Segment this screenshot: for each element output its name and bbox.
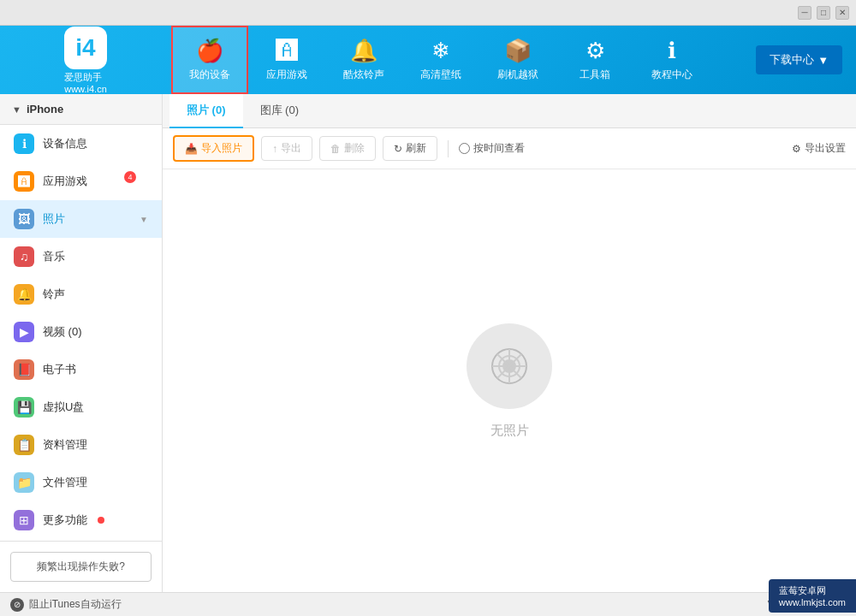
download-arrow-icon: ▼ xyxy=(817,54,829,67)
sidebar-item-virtual-disk[interactable]: 💾 虚拟U盘 xyxy=(0,388,162,426)
videos-icon: ▶ xyxy=(14,322,34,342)
main-area: ▼ iPhone ℹ 设备信息 🅰 应用游戏 4 🖼 照片 ▼ ♫ 音乐 🔔 铃… xyxy=(0,94,856,592)
ebooks-label: 电子书 xyxy=(43,362,76,377)
my-device-icon: 🍎 xyxy=(196,38,223,64)
export-button[interactable]: ↑ 导出 xyxy=(261,136,312,161)
virtual-disk-label: 虚拟U盘 xyxy=(43,400,84,415)
toolbar-divider xyxy=(448,140,449,157)
nav-tab-apps[interactable]: 🅰 应用游戏 xyxy=(248,26,325,94)
ebooks-icon: 📕 xyxy=(14,359,34,380)
watermark: 蓝莓安卓网 www.lmkjst.com xyxy=(769,579,856,613)
logo-icon: i4 xyxy=(64,27,107,69)
download-button[interactable]: 下载中心 ▼ xyxy=(756,45,842,74)
frequent-fail-button[interactable]: 频繁出现操作失败? xyxy=(10,552,152,582)
sidebar-item-file-mgmt[interactable]: 📁 文件管理 xyxy=(0,464,162,501)
restore-button[interactable]: □ xyxy=(817,6,830,20)
music-label: 音乐 xyxy=(43,249,65,264)
ringtones-sidebar-icon: 🔔 xyxy=(14,284,34,305)
ringtones-icon: 🔔 xyxy=(350,38,377,64)
jailbreak-label: 刷机越狱 xyxy=(497,68,538,82)
sidebar-item-data-mgmt[interactable]: 📋 资料管理 xyxy=(0,426,162,464)
brand-name: 爱思助手 xyxy=(64,72,102,82)
apps-games-label: 应用游戏 xyxy=(43,174,87,189)
device-arrow-icon: ▼ xyxy=(12,104,21,115)
refresh-icon: ↻ xyxy=(394,143,402,155)
website: www.i4.cn xyxy=(64,84,107,94)
logo-area: i4 爱思助手 www.i4.cn xyxy=(0,27,171,94)
apps-icon: 🅰 xyxy=(276,38,298,64)
tutorials-icon: ℹ xyxy=(668,38,676,64)
export-settings[interactable]: ⚙ 导出设置 xyxy=(792,141,846,156)
sidebar-footer: 频繁出现操作失败? xyxy=(0,541,162,592)
apps-badge: 4 xyxy=(124,171,136,183)
sidebar-item-more[interactable]: ⊞ 更多功能 xyxy=(0,501,162,539)
timeline-radio-input[interactable] xyxy=(459,143,470,154)
device-info-icon: ℹ xyxy=(14,133,34,154)
sidebar-item-ringtones[interactable]: 🔔 铃声 xyxy=(0,275,162,313)
nav-tab-ringtones[interactable]: 🔔 酷炫铃声 xyxy=(325,26,402,94)
nav-tab-my-device[interactable]: 🍎 我的设备 xyxy=(171,26,248,94)
refresh-label: 刷新 xyxy=(406,141,426,156)
nav-tab-jailbreak[interactable]: 📦 刷机越狱 xyxy=(479,26,556,94)
nav-tab-toolbox[interactable]: ⚙ 工具箱 xyxy=(556,26,633,94)
sidebar: ▼ iPhone ℹ 设备信息 🅰 应用游戏 4 🖼 照片 ▼ ♫ 音乐 🔔 铃… xyxy=(0,94,163,592)
ringtones-label: 酷炫铃声 xyxy=(343,68,384,82)
import-photos-button[interactable]: 📥 导入照片 xyxy=(173,135,254,162)
data-mgmt-label: 资料管理 xyxy=(43,437,87,453)
empty-photo-icon xyxy=(467,323,552,409)
sidebar-item-music[interactable]: ♫ 音乐 xyxy=(0,238,162,275)
data-mgmt-icon: 📋 xyxy=(14,435,34,455)
toolbox-icon: ⚙ xyxy=(586,38,605,64)
ringtones-sidebar-label: 铃声 xyxy=(43,287,65,302)
status-bar: ⊘ 阻止iTunes自动运行 V7.75 意见反馈 xyxy=(0,592,856,616)
itunes-status-icon: ⊘ xyxy=(10,598,24,612)
sidebar-device: ▼ iPhone xyxy=(0,94,162,125)
watermark-site: 蓝莓安卓网 xyxy=(779,584,846,597)
more-label: 更多功能 xyxy=(43,512,87,528)
file-mgmt-label: 文件管理 xyxy=(43,475,87,490)
sidebar-item-apps[interactable]: 🅰 应用游戏 4 xyxy=(0,163,162,200)
settings-gear-icon: ⚙ xyxy=(792,143,801,155)
refresh-button[interactable]: ↻ 刷新 xyxy=(383,136,437,161)
file-mgmt-icon: 📁 xyxy=(14,472,34,493)
tutorials-label: 教程中心 xyxy=(651,68,693,82)
watermark-url: www.lmkjst.com xyxy=(779,597,846,607)
import-icon: 📥 xyxy=(185,143,198,155)
delete-icon: 🗑 xyxy=(330,143,341,155)
tab-photos[interactable]: 照片 (0) xyxy=(169,94,243,128)
itunes-status-text: 阻止iTunes自动运行 xyxy=(29,597,122,612)
sidebar-item-device-info[interactable]: ℹ 设备信息 xyxy=(0,125,162,163)
empty-state: 无照片 xyxy=(163,169,856,592)
empty-text: 无照片 xyxy=(490,423,529,439)
timeline-radio[interactable]: 按时间查看 xyxy=(459,141,525,156)
title-bar: ─ □ ✕ xyxy=(0,0,856,26)
device-info-label: 设备信息 xyxy=(43,136,87,151)
nav-tab-tutorials[interactable]: ℹ 教程中心 xyxy=(633,26,710,94)
nav-tab-wallpapers[interactable]: ❄ 高清壁纸 xyxy=(402,26,479,94)
wallpapers-icon: ❄ xyxy=(431,38,450,64)
minimize-button[interactable]: ─ xyxy=(798,6,811,20)
nav-tabs: 🍎 我的设备 🅰 应用游戏 🔔 酷炫铃声 ❄ 高清壁纸 📦 刷机越狱 ⚙ 工具箱… xyxy=(171,26,756,94)
tab-album[interactable]: 图库 (0) xyxy=(243,94,317,128)
export-settings-label: 导出设置 xyxy=(805,141,846,156)
delete-label: 删除 xyxy=(344,141,365,156)
close-button[interactable]: ✕ xyxy=(835,6,849,20)
videos-label: 视频 (0) xyxy=(43,324,82,340)
wallpapers-label: 高清壁纸 xyxy=(420,68,461,82)
sidebar-item-ebooks[interactable]: 📕 电子书 xyxy=(0,351,162,388)
sidebar-item-videos[interactable]: ▶ 视频 (0) xyxy=(0,313,162,351)
music-icon: ♫ xyxy=(14,246,34,267)
toolbox-label: 工具箱 xyxy=(580,68,610,82)
export-icon: ↑ xyxy=(272,143,277,155)
photos-chevron-icon: ▼ xyxy=(140,215,148,224)
device-name: iPhone xyxy=(27,103,63,116)
apps-label: 应用游戏 xyxy=(266,68,307,82)
timeline-label: 按时间查看 xyxy=(473,141,525,156)
export-label: 导出 xyxy=(281,141,301,156)
photos-icon: 🖼 xyxy=(14,209,34,229)
my-device-label: 我的设备 xyxy=(189,68,230,82)
more-icon: ⊞ xyxy=(14,510,34,530)
more-badge-dot xyxy=(98,517,104,524)
sidebar-item-photos[interactable]: 🖼 照片 ▼ xyxy=(0,200,162,238)
delete-button[interactable]: 🗑 删除 xyxy=(319,136,376,161)
